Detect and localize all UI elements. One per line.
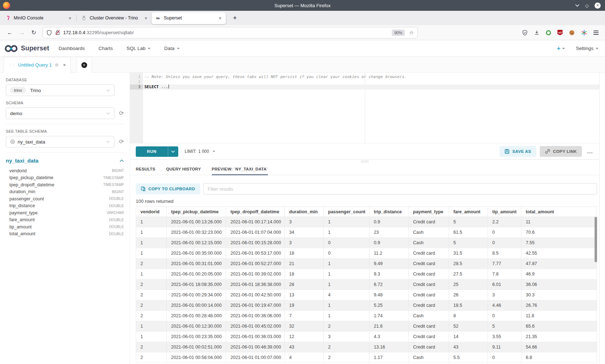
column-row[interactable]: tpep_dropoff_datetimeTIMESTAMP [6,181,124,188]
window-close-icon[interactable]: × [595,3,601,9]
column-header[interactable]: total_amount [521,207,597,217]
column-row[interactable]: total_amountDOUBLE [6,231,124,238]
table-cell: 9.3 [369,269,409,279]
run-button[interactable]: RUN [136,146,168,157]
tab-close-icon[interactable]: × [67,15,72,21]
query-tab-close-icon[interactable]: × [63,62,66,68]
drag-handle-icon[interactable]: ⋮⋮ [8,63,15,67]
brand-name: Superset [21,45,49,52]
table-cell: 2021-06-01 00:53:17.000 [226,248,285,259]
menu-item-sql-lab[interactable]: SQL Lab [126,46,151,51]
column-row[interactable]: tip_amountDOUBLE [6,223,124,231]
table-cell: 2021-06-01 00:56:04.000 [167,352,226,363]
query-state-dot [55,63,58,67]
table-cell: Credit card [409,342,449,352]
browser-tab-minio[interactable]: MinIO Console × [1,12,76,24]
back-icon[interactable]: ← [7,30,13,36]
browser-tab-trino[interactable]: Cluster Overview - Trino × [77,12,152,24]
table-cell: 47.87 [521,259,597,269]
refresh-table-icon[interactable]: ⟳ [119,139,124,145]
limit-dropdown[interactable]: LIMIT: 1 000 [185,149,216,154]
column-row[interactable]: vendoridBIGINT [6,167,124,174]
url-bar[interactable]: 172.18.0.4:32295/superset/sqllab/ 90% ☆ [43,27,417,38]
column-row[interactable]: duration_minBIGINT [6,188,124,196]
column-header[interactable]: passenger_count [324,207,369,217]
download-icon[interactable] [534,30,539,35]
url-text[interactable]: 172.18.0.4:32295/superset/sqllab/ [63,30,134,35]
line-number: 1 [130,74,143,79]
query-tab-untitled[interactable]: ⋮⋮ Untitled Query 1 × [4,57,71,73]
tab-query-history[interactable]: QUERY HISTORY [166,163,201,175]
superset-brand[interactable]: Superset [4,44,49,53]
menu-item-charts[interactable]: Charts [98,46,113,51]
table-cell: Credit card [409,217,449,227]
filter-results-input[interactable] [203,183,597,195]
line-number: 2 [130,79,143,85]
browser-tab-superset-active[interactable]: ∞ Superset × [152,12,226,24]
table-cell: Credit card [409,300,449,311]
new-item-button[interactable]: + [557,45,565,51]
zoom-level-badge[interactable]: 90% [392,29,405,36]
navbar-right: + Settings [557,45,599,51]
column-header[interactable]: tip_amount [488,207,521,217]
tab-close-icon[interactable]: × [143,15,148,21]
tracking-shield-icon[interactable] [46,30,52,36]
column-header[interactable]: trip_distance [369,207,409,217]
column-row[interactable]: payment_typeVARCHAR [6,209,124,217]
more-options-button[interactable]: ... [587,149,593,154]
copy-to-clipboard-button[interactable]: COPY TO CLIPBOARD [136,183,200,194]
tab-close-icon[interactable]: × [218,15,223,21]
column-header[interactable]: vendorid [136,207,167,217]
column-row[interactable]: tpep_pickup_datetimeTIMESTAMP [6,174,124,182]
run-options-chevron[interactable] [168,146,178,157]
column-header[interactable]: tpep_dropoff_datetime [226,207,285,217]
table-select[interactable]: ny_taxi_data [6,136,115,147]
refresh-schema-icon[interactable]: ⟳ [119,110,124,116]
column-row[interactable]: trip_distanceDOUBLE [6,203,124,210]
extension-ring-icon[interactable] [546,30,551,35]
table-cell: Cash [409,311,449,321]
save-as-button[interactable]: SAVE AS [499,146,536,157]
tab-title: Superset [164,15,218,21]
tab-results[interactable]: RESULTS [136,163,155,175]
settings-menu[interactable]: Settings [576,46,599,51]
table-scrollbar-thumb[interactable] [595,217,597,262]
column-header[interactable]: payment_type [409,207,449,217]
column-row[interactable]: passenger_countDOUBLE [6,195,124,203]
table-select-value: ny_taxi_data [18,139,45,145]
table-row: 12021-06-01 00:13:26.0002021-06-01 00:17… [136,217,597,227]
schema-select[interactable]: demo [6,108,115,119]
column-row[interactable]: fare_amountDOUBLE [6,217,124,224]
table-cell: 2 [324,352,369,363]
table-cell: Credit card [409,321,449,332]
ublock-origin-icon[interactable]: uO [557,30,563,35]
column-header[interactable]: fare_amount [449,207,488,217]
table-cell: 4 [285,352,324,363]
chevron-down-icon [106,141,110,143]
menu-item-dashboards[interactable]: Dashboards [59,46,85,51]
new-query-tab[interactable]: + [77,57,92,73]
menu-item-data[interactable]: Data [164,46,180,51]
menu-hamburger-icon[interactable] [593,31,599,35]
bookmark-star-icon[interactable]: ☆ [409,29,414,36]
protections-shield-icon[interactable] [522,30,528,36]
collapse-chevron-up-icon[interactable] [120,159,124,162]
column-header[interactable]: duration_min [285,207,324,217]
multicolor-asterisk-icon[interactable] [581,30,587,36]
copy-link-button[interactable]: COPY LINK [540,146,582,157]
insecure-lock-icon[interactable] [55,30,60,35]
column-header[interactable]: tpep_pickup_datetime [167,207,226,217]
cookie-icon[interactable] [569,30,575,36]
tab-preview-active[interactable]: PREVIEW: `NY_TAXI_DATA` [212,163,268,175]
table-cell: 52 [449,321,488,332]
table-cell: 1 [324,227,369,238]
forward-icon[interactable]: → [19,30,25,36]
sql-editor[interactable]: 1 2 3 -- Note: Unless you save your quer… [130,73,599,143]
reload-icon[interactable]: ↻ [31,30,36,36]
new-tab-button[interactable]: + [230,14,240,22]
minimize-chevron-icon[interactable] [575,4,579,7]
pane-resize-handle[interactable] [130,160,599,163]
database-select[interactable]: trino Trino [6,85,115,96]
maximize-icon[interactable]: ◇ [585,3,589,8]
table-cell: 0 [488,311,521,321]
